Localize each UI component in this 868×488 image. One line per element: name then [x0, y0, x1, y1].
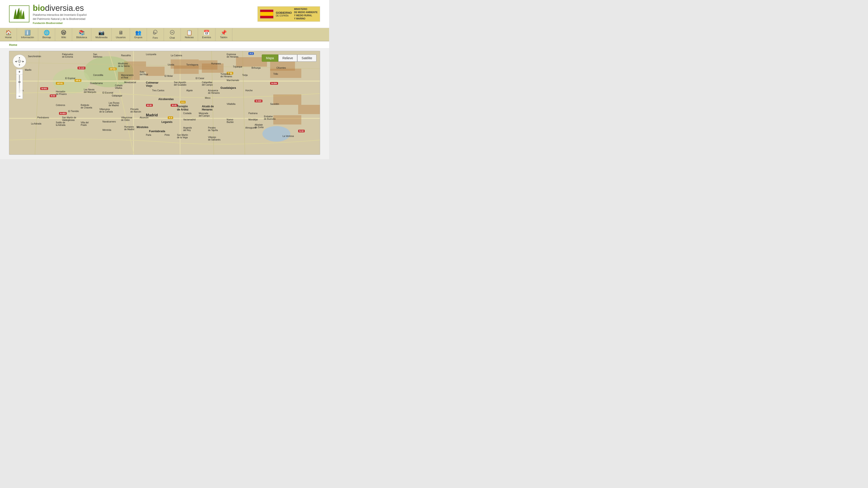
info-icon: ℹ️: [24, 30, 31, 35]
nav-usuarios-label: Usuarios: [116, 36, 125, 39]
zoom-in-button[interactable]: +: [16, 69, 23, 74]
nav-biblioteca-label: Biblioteca: [76, 36, 87, 39]
map-type-satelite[interactable]: Satélite: [297, 55, 316, 62]
pan-left[interactable]: ◀: [14, 59, 18, 63]
nav-biomap-label: Biomap: [42, 36, 51, 39]
pan-arrows: ▲ ◀ ▶ ▼: [14, 56, 25, 67]
nav-informacion-label: Información: [21, 36, 34, 39]
navbar: 🏠 Home ℹ️ Información 🌐 Biomap Ⓦ Wiki 📚 …: [0, 28, 329, 41]
map-type-buttons: Mapa Relieve Satélite: [262, 55, 316, 62]
svg-point-13: [262, 126, 290, 142]
library-icon: 📚: [79, 30, 85, 35]
logo-diversia: diversia.es: [45, 3, 84, 13]
breadcrumb: Home: [0, 41, 329, 48]
government-logo: GOBIERNO DE ESPAÑA MINISTERIODE MEDIO AM…: [257, 6, 320, 22]
logo-left: biodiversia.es Plataforma interactiva de…: [9, 3, 87, 24]
gov-name-line1: GOBIERNO: [276, 11, 292, 14]
wiki-icon: Ⓦ: [61, 30, 66, 35]
pin-icon: 📌: [221, 30, 227, 35]
svg-point-3: [171, 32, 172, 33]
nav-usuarios[interactable]: 🖥 Usuarios: [112, 28, 130, 41]
header: biodiversia.es Plataforma interactiva de…: [0, 0, 329, 28]
nav-tablon[interactable]: 📌 Tablón: [215, 28, 232, 41]
government-text: GOBIERNO DE ESPAÑA: [276, 11, 292, 17]
nav-tablon-label: Tablón: [220, 36, 227, 39]
map-container[interactable]: ▲ ◀ ▶ ▼: [9, 51, 320, 155]
zoom-handle: [18, 81, 21, 83]
nav-foro[interactable]: Foro: [147, 28, 164, 41]
nav-biomap[interactable]: 🌐 Biomap: [38, 28, 55, 41]
nav-wiki-label: Wiki: [61, 36, 66, 39]
nav-home[interactable]: 🏠 Home: [0, 28, 17, 41]
spain-flag: [260, 9, 274, 19]
breadcrumb-home[interactable]: Home: [9, 43, 17, 46]
zoom-slider[interactable]: [19, 75, 20, 93]
zoom-out-button[interactable]: −: [16, 94, 23, 99]
ministry-text: MINISTERIODE MEDIO AMBIENTEY MEDIO RURAL…: [294, 8, 318, 20]
pan-up[interactable]: ▲: [18, 56, 22, 59]
svg-point-1: [153, 32, 156, 34]
fundacion-label: Fundación Biodiversidad: [33, 22, 87, 24]
screen-icon: 🖥: [118, 30, 123, 35]
svg-point-5: [173, 32, 173, 33]
gov-name-line2: DE ESPAÑA: [276, 14, 292, 17]
nav-chat-label: Chat: [169, 36, 175, 39]
nav-home-label: Home: [5, 36, 11, 39]
map-type-relieve[interactable]: Relieve: [278, 55, 298, 62]
chat-icon: [170, 30, 175, 36]
pan-bottomleft: [14, 63, 18, 67]
grass-icon: [11, 6, 27, 22]
nav-noticias-label: Noticias: [185, 36, 194, 39]
svg-point-7: [84, 56, 133, 87]
map-controls: ▲ ◀ ▶ ▼: [13, 55, 26, 99]
logo-bio: bio: [33, 3, 45, 13]
map-wrapper: ▲ ◀ ▶ ▼: [0, 48, 329, 159]
map-svg: [9, 51, 320, 155]
logo-subtitle: Plataforma interactiva del Inventario Es…: [33, 13, 87, 21]
logo-text-block: biodiversia.es Plataforma interactiva de…: [33, 3, 87, 24]
nav-noticias[interactable]: 📋 Noticias: [181, 28, 198, 41]
nav-multimedia-label: Multimedia: [95, 36, 107, 39]
flag-red-bottom: [260, 16, 273, 18]
forum-icon: [153, 30, 158, 36]
svg-point-0: [153, 30, 157, 34]
svg-point-20: [19, 61, 20, 62]
pan-control: ▲ ◀ ▶ ▼: [13, 55, 26, 68]
calendar-icon: 📅: [204, 30, 210, 35]
flag-yellow-center: [260, 12, 273, 15]
map-type-mapa[interactable]: Mapa: [262, 55, 278, 62]
home-icon: 🏠: [5, 30, 11, 35]
pan-down[interactable]: ▼: [18, 63, 22, 67]
pan-center[interactable]: [18, 59, 22, 63]
nav-eventos-label: Eventos: [202, 36, 211, 39]
nav-eventos[interactable]: 📅 Eventos: [198, 28, 215, 41]
nav-wiki[interactable]: Ⓦ Wiki: [55, 28, 72, 41]
nav-multimedia[interactable]: 📷 Multimedia: [91, 28, 112, 41]
camera-icon: 📷: [98, 30, 104, 35]
nav-informacion[interactable]: ℹ️ Información: [17, 28, 38, 41]
nav-grupos-label: Grupos: [134, 36, 143, 39]
pan-topleft: [14, 56, 18, 59]
logo-box: [9, 5, 29, 22]
nav-chat[interactable]: Chat: [164, 28, 181, 41]
news-icon: 📋: [186, 30, 192, 35]
nav-foro-label: Foro: [153, 36, 158, 39]
pan-topright: [22, 56, 25, 59]
pan-right[interactable]: ▶: [22, 59, 25, 63]
globe-icon: 🌐: [43, 30, 50, 35]
svg-point-4: [172, 32, 173, 33]
flag-red-top: [260, 10, 273, 12]
pan-bottomright: [22, 63, 25, 67]
zoom-control: + −: [16, 69, 23, 99]
nav-grupos[interactable]: 👥 Grupos: [130, 28, 147, 41]
groups-icon: 👥: [135, 30, 141, 35]
nav-biblioteca[interactable]: 📚 Biblioteca: [72, 28, 91, 41]
